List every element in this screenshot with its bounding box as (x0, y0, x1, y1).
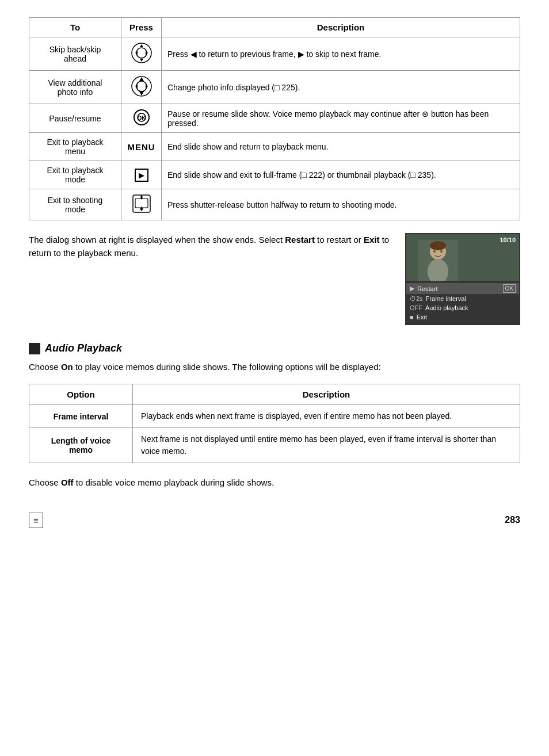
multi-selector-lr-icon (131, 42, 152, 64)
row-press-playback: ▶ (121, 161, 162, 189)
row-to-photoinfo: View additionalphoto info (29, 71, 121, 104)
camera-screen: 10/10 (405, 233, 520, 325)
svg-point-28 (440, 250, 443, 253)
ok-svg: OK (133, 109, 150, 126)
footer-p1: Choose (29, 478, 61, 487)
row-desc-playbackmenu: End slide show and return to playback me… (162, 133, 520, 161)
frame-interval-label: Frame interval (426, 295, 516, 302)
screen-counter: 10/10 (500, 236, 516, 243)
off-label: Off (61, 478, 74, 487)
screen-figure (418, 240, 458, 286)
audio-icon: OFF (410, 304, 422, 311)
col-header-press: Press (121, 18, 162, 37)
exit-row-label: Exit (417, 314, 516, 320)
svg-point-25 (430, 241, 446, 250)
multi-selector-svg (131, 42, 152, 64)
figure-svg (418, 240, 458, 286)
main-navigation-table: To Press Description Skip back/skipahead (29, 17, 520, 220)
row-press-photoinfo (121, 71, 162, 104)
col-header-description: Description (162, 18, 520, 37)
svg-marker-22 (140, 209, 143, 211)
col-header-to: To (29, 18, 121, 37)
playback-mode-icon: ▶ (135, 169, 148, 182)
intro-p2: to play voice memos during slide shows. … (73, 362, 381, 372)
row-desc-photoinfo: Change photo info displayed (□ 225). (162, 71, 520, 104)
restart-row-icon: ▶ (410, 285, 414, 292)
row-to-shootingmode: Exit to shootingmode (29, 189, 121, 220)
ok-button-icon: OK (133, 109, 150, 126)
footer-p2: to disable voice memo playback during sl… (74, 478, 274, 487)
row-to-skip: Skip back/skipahead (29, 37, 121, 71)
svg-point-27 (433, 250, 436, 253)
table-row: Skip back/skipahead (29, 37, 520, 71)
row-to-playbackmode: Exit to playbackmode (29, 161, 121, 189)
table-row: Exit to playbackmenu MENU End slide show… (29, 133, 520, 161)
audio-label: Audio playback (425, 304, 516, 311)
menu-text-icon: MENU (127, 142, 155, 152)
svg-marker-13 (139, 91, 144, 96)
menu-row-audio: OFF Audio playback (406, 303, 519, 312)
frame-interval-icon: ⏱2s (410, 295, 423, 302)
opt-desc-frame-interval: Playback ends when next frame is display… (133, 405, 520, 428)
options-table: Option Description Frame interval Playba… (29, 384, 520, 463)
intro-p1: Choose (29, 362, 61, 372)
restart-row-ok: OK (503, 284, 516, 293)
svg-marker-5 (140, 59, 143, 62)
row-desc-playbackmode: End slide show and exit to full-frame (□… (162, 161, 520, 189)
menu-row-restart: ▶ Restart OK (406, 283, 519, 294)
opt-voice-memo: Length of voicememo (29, 428, 133, 463)
row-desc-skip: Press ◀ to return to previous frame, ▶ t… (162, 37, 520, 71)
multi-selector-ud-icon (131, 75, 152, 97)
exit-label: Exit (364, 235, 380, 245)
on-label: On (61, 362, 73, 372)
row-to-playbackmenu: Exit to playbackmenu (29, 133, 121, 161)
svg-marker-4 (140, 44, 143, 47)
menu-row-frame-interval: ⏱2s Frame interval (406, 294, 519, 303)
dialog-text-p1: The dialog shown at right is displayed w… (29, 235, 285, 245)
table-row: Pause/resume OK Pause or resume slide sh… (29, 104, 520, 133)
shutter-svg (132, 194, 151, 213)
camera-menu-overlay: ▶ Restart OK ⏱2s Frame interval OFF Audi… (406, 281, 519, 324)
table-row: Exit to playbackmode ▶ End slide show an… (29, 161, 520, 189)
dialog-text-p2: to restart or (315, 235, 364, 245)
restart-label: Restart (285, 235, 315, 245)
svg-point-7 (136, 81, 147, 91)
opt-header-description: Description (133, 384, 520, 405)
page-ref-icon: ≡ (29, 513, 43, 528)
restart-row-label: Restart (417, 285, 503, 292)
table-row: View additionalphoto info (29, 71, 520, 104)
exit-icon: ■ (410, 314, 414, 320)
page-number: 283 (505, 515, 520, 525)
shutter-release-icon (132, 194, 151, 213)
svg-text:OK: OK (137, 115, 146, 121)
opt-header-option: Option (29, 384, 133, 405)
row-press-menu: MENU (121, 133, 162, 161)
opt-desc-voice-memo: Next frame is not displayed until entire… (133, 428, 520, 463)
footer-text: Choose Off to disable voice memo playbac… (29, 476, 520, 489)
opt-frame-interval: Frame interval (29, 405, 133, 428)
dialog-text: The dialog shown at right is displayed w… (29, 233, 394, 260)
row-press-skip (121, 37, 162, 71)
audio-playback-title: Audio Playback (45, 342, 122, 354)
row-press-pause: OK (121, 104, 162, 133)
row-to-pause: Pause/resume (29, 104, 121, 133)
menu-row-exit: ■ Exit (406, 312, 519, 322)
row-desc-shootingmode: Press shutter-release button halfway to … (162, 189, 520, 220)
audio-playback-intro: Choose On to play voice memos during sli… (29, 360, 520, 373)
table-row: Length of voicememo Next frame is not di… (29, 428, 520, 463)
dialog-section: The dialog shown at right is displayed w… (29, 233, 520, 325)
table-row: Frame interval Playback ends when next f… (29, 405, 520, 428)
row-desc-pause: Pause or resume slide show. Voice memo p… (162, 104, 520, 133)
table-row: Exit to shootingmode Press shutter-r (29, 189, 520, 220)
svg-point-1 (136, 48, 147, 58)
audio-playback-heading: Audio Playback (29, 342, 520, 354)
section-icon (29, 343, 40, 354)
row-press-shutter (121, 189, 162, 220)
page-footer: ≡ 283 (29, 513, 520, 528)
multi-selector-ud-svg (131, 75, 152, 97)
svg-marker-12 (139, 77, 144, 81)
svg-rect-18 (135, 198, 148, 208)
camera-screen-container: 10/10 (405, 233, 520, 325)
